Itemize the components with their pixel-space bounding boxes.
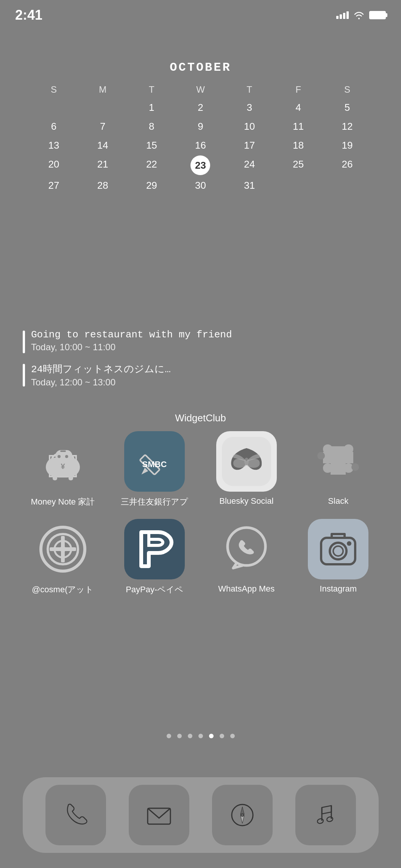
app-icon-smbc: SMBC [124, 431, 185, 492]
cal-day-16[interactable]: 16 [177, 137, 224, 154]
cal-header-f: F [275, 82, 322, 97]
app-label-smbc: 三井住友銀行アプ [121, 496, 188, 508]
app-money-note[interactable]: ¥ Money Note 家計 [25, 431, 101, 508]
cal-day-2[interactable]: 2 [177, 99, 224, 116]
cal-day-9[interactable]: 9 [177, 118, 224, 135]
svg-point-54 [317, 818, 324, 824]
cal-day-10[interactable]: 10 [226, 118, 273, 135]
status-time: 2:41 [15, 7, 42, 23]
app-instagram[interactable]: Instagram [300, 519, 376, 595]
events-section: Going to restaurant with my friend Today… [23, 329, 378, 397]
app-label-paypay: PayPay-ペイペ [126, 584, 183, 595]
svg-text:¥: ¥ [61, 462, 65, 470]
cal-day-27[interactable]: 27 [30, 177, 78, 194]
app-label-money-note: Money Note 家計 [31, 496, 95, 508]
cal-day-7[interactable]: 7 [79, 118, 126, 135]
event-time-1: Today, 10:00 ~ 11:00 [31, 342, 232, 352]
page-dot-4[interactable] [198, 734, 203, 738]
cal-day-20[interactable]: 20 [30, 155, 78, 175]
dock-compass[interactable] [212, 785, 273, 845]
app-paypay[interactable]: PayPay-ペイペ [117, 519, 192, 595]
app-whatsapp[interactable]: WhatsApp Mes [209, 519, 284, 595]
cal-day-18[interactable]: 18 [275, 137, 322, 154]
event-item-1: Going to restaurant with my friend Today… [23, 329, 378, 353]
battery-icon [369, 11, 386, 19]
svg-rect-33 [351, 463, 359, 471]
cal-day-19[interactable]: 19 [323, 137, 371, 154]
status-icons [336, 11, 386, 19]
page-dot-1[interactable] [167, 734, 171, 738]
page-dots [167, 734, 235, 738]
cal-day-3[interactable]: 3 [226, 99, 273, 116]
whatsapp-svg [222, 525, 271, 574]
app-slack[interactable]: Slack [300, 431, 376, 508]
event-bar-1 [23, 331, 25, 353]
cal-day-25[interactable]: 25 [275, 155, 322, 175]
svg-rect-6 [72, 460, 78, 467]
cal-day-11[interactable]: 11 [275, 118, 322, 135]
event-item-2: 24時間フィットネスのジムに… Today, 12:00 ~ 13:00 [23, 362, 378, 388]
cal-day-30[interactable]: 30 [177, 177, 224, 194]
widgetclub-label: WidgetClub [175, 412, 226, 424]
cal-day-13[interactable]: 13 [30, 137, 78, 154]
cal-day-24[interactable]: 24 [226, 155, 273, 175]
slack-svg [314, 437, 363, 486]
page-dot-3[interactable] [188, 734, 192, 738]
cal-day-15[interactable]: 15 [128, 137, 175, 154]
calendar-grid: S M T W T F S 12345678910111213141516171… [30, 82, 371, 194]
svg-rect-5 [48, 460, 53, 467]
cal-header-t1: T [128, 82, 175, 97]
app-cosme[interactable]: @cosme(アット [25, 519, 101, 595]
cal-day-14[interactable]: 14 [79, 137, 126, 154]
cal-day-28[interactable]: 28 [79, 177, 126, 194]
cal-day-21[interactable]: 21 [79, 155, 126, 175]
cal-header-m: M [79, 82, 126, 97]
phone-icon [61, 800, 91, 830]
cal-header-s2: S [323, 82, 371, 97]
page-dot-6[interactable] [220, 734, 224, 738]
svg-marker-50 [240, 807, 244, 814]
page-dot-5[interactable] [209, 734, 214, 738]
cal-day-6[interactable]: 6 [30, 118, 78, 135]
app-icon-whatsapp [216, 519, 277, 579]
app-smbc[interactable]: SMBC 三井住友銀行アプ [117, 431, 192, 508]
cal-header-t2: T [226, 82, 273, 97]
svg-point-9 [58, 455, 61, 458]
cal-day-31[interactable]: 31 [226, 177, 273, 194]
app-label-whatsapp: WhatsApp Mes [218, 584, 275, 594]
dock-phone[interactable] [45, 785, 106, 845]
dock-music[interactable] [295, 785, 356, 845]
smbc-svg: SMBC [130, 437, 179, 486]
cal-day-4[interactable]: 4 [275, 99, 322, 116]
cal-day-29[interactable]: 29 [128, 177, 175, 194]
cal-day-12[interactable]: 12 [323, 118, 371, 135]
app-bluesky[interactable]: Bluesky Social [209, 431, 284, 508]
cal-day-today[interactable]: 23 [190, 155, 210, 175]
cal-day-22[interactable]: 22 [128, 155, 175, 175]
cal-day-1[interactable]: 1 [128, 99, 175, 116]
page-dot-2[interactable] [177, 734, 182, 738]
app-label-instagram: Instagram [320, 584, 357, 594]
svg-rect-32 [317, 452, 325, 460]
signal-icon [336, 11, 349, 19]
cal-day-5[interactable]: 5 [323, 99, 371, 116]
svg-rect-31 [331, 467, 346, 475]
cal-day-8[interactable]: 8 [128, 118, 175, 135]
music-icon [311, 800, 341, 830]
app-grid: ¥ Money Note 家計 SMBC 三井住友銀行アプ [19, 431, 382, 595]
svg-rect-11 [60, 450, 66, 452]
cal-day-26[interactable]: 26 [323, 155, 371, 175]
svg-rect-30 [331, 446, 346, 454]
cal-day-17[interactable]: 17 [226, 137, 273, 154]
app-label-slack: Slack [328, 496, 348, 506]
app-icon-cosme [33, 519, 93, 579]
app-icon-paypay [124, 519, 185, 579]
event-title-1: Going to restaurant with my friend [31, 329, 232, 340]
calendar-month: OCTOBER [30, 61, 371, 75]
dock [23, 777, 379, 853]
svg-point-39 [60, 546, 66, 552]
page-dot-7[interactable] [230, 734, 235, 738]
app-label-cosme: @cosme(アット [32, 584, 94, 595]
dock-mail[interactable] [129, 785, 189, 845]
cal-header-s: S [30, 82, 78, 97]
